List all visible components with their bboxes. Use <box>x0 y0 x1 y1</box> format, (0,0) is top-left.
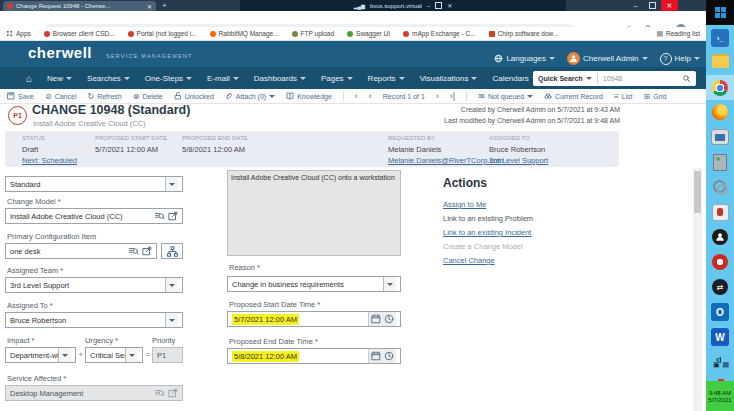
start-button[interactable] <box>706 0 734 25</box>
taskbar-server-manager[interactable] <box>709 151 731 173</box>
bookmark-item[interactable]: Browser client CSD... <box>44 30 115 37</box>
menu-visualizations[interactable]: Visualizations <box>420 74 478 83</box>
browser-tab[interactable]: Change Request 10948 - Cherwe... ✕ <box>3 1 156 11</box>
bookmark-item[interactable]: Chirp software dow... <box>489 30 559 37</box>
menu-calendars[interactable]: Calendars <box>492 74 537 83</box>
languages-menu[interactable]: Languages <box>494 54 555 63</box>
next-record-button[interactable]: › <box>436 91 439 101</box>
action-assign-to-me[interactable]: Assign to Me <box>443 200 486 209</box>
requested-by-email-link[interactable]: Melanie.Daniels@RiverTCorp.com <box>388 156 504 165</box>
first-record-button[interactable]: ‹ <box>355 91 358 101</box>
tray-display-icon[interactable]: ▤ <box>723 361 730 369</box>
taskbar-word[interactable]: W <box>709 326 731 348</box>
change-model-field[interactable]: Install Adobe Creative Cloud (CC) <box>5 208 183 224</box>
proposed-start-datetime-field[interactable]: 5/7/2021 12:00 AM <box>227 311 401 327</box>
menu-new[interactable]: New <box>47 74 72 83</box>
reading-list-button[interactable]: ▤Reading list <box>656 30 700 38</box>
action-link-problem[interactable]: Link to an existing Problem <box>443 214 533 223</box>
highlighted-value[interactable]: 5/8/2021 12:00 AM <box>232 351 299 362</box>
rdp-minimize-icon[interactable]: – <box>427 3 430 9</box>
search-related-icon[interactable] <box>129 246 139 256</box>
action-link-incident[interactable]: Link to an existing Incident <box>443 228 531 237</box>
attach-button[interactable]: Attach (0) <box>225 92 275 100</box>
menu-dashboards[interactable]: Dashboards <box>254 74 306 83</box>
window-minimize-button[interactable]: – <box>627 2 644 9</box>
taskbar-firefox[interactable] <box>709 101 731 123</box>
current-record-button[interactable]: Current Record <box>544 92 603 100</box>
assigned-team-select[interactable]: 3rd Level Support <box>5 277 183 293</box>
new-tab-button[interactable]: + <box>162 1 167 10</box>
bookmark-item[interactable]: mApp Exchange - C... <box>403 30 476 37</box>
menu-pages[interactable]: Pages <box>321 74 353 83</box>
window-close-button[interactable]: ✕ <box>661 0 678 11</box>
bookmark-item[interactable]: Portal (not logged i... <box>128 30 197 37</box>
taskbar-file-explorer[interactable] <box>709 51 731 73</box>
clock-icon[interactable] <box>384 351 394 361</box>
taskbar-security-app[interactable] <box>709 201 731 223</box>
menu-searches[interactable]: Searches <box>87 74 130 83</box>
knowledge-button[interactable]: Knowledge <box>286 92 332 100</box>
proposed-end-datetime-field[interactable]: 5/8/2021 12:00 AM <box>227 348 401 364</box>
bookmark-item[interactable]: Swagger UI <box>347 30 390 37</box>
last-record-button[interactable]: ›| <box>450 91 455 101</box>
clock-icon[interactable] <box>384 314 394 324</box>
refresh-button[interactable]: ↻Refresh <box>87 92 121 101</box>
calendar-icon[interactable] <box>371 314 381 324</box>
next-status-link[interactable]: Next: Scheduled <box>22 156 77 165</box>
rdp-restore-icon[interactable] <box>435 2 442 9</box>
calendar-icon[interactable] <box>371 351 381 361</box>
tray-network-icon[interactable]: ▣ <box>713 361 720 369</box>
unlocked-button[interactable]: Unlocked <box>174 92 214 100</box>
assigned-to-select[interactable]: Bruce Robertson <box>5 312 183 328</box>
primary-ci-field[interactable]: one desk <box>5 243 157 259</box>
dropdown-caret[interactable] <box>383 277 396 291</box>
ci-hierarchy-button[interactable] <box>161 243 183 259</box>
cancel-button[interactable]: ⊘Cancel <box>45 92 77 101</box>
highlighted-value[interactable]: 5/7/2021 12:00 AM <box>232 314 299 325</box>
go-to-record-icon[interactable] <box>142 246 152 256</box>
reason-select[interactable]: Change in business requirements <box>227 276 401 292</box>
window-restore-button[interactable] <box>644 2 661 10</box>
taskbar-clock[interactable]: 9:48 AM 5/7/2021 <box>706 381 734 411</box>
menu-home[interactable]: ⌂ <box>26 73 32 84</box>
quick-search-input[interactable]: 10948 <box>598 75 682 82</box>
user-menu[interactable]: Cherwell Admin <box>567 52 648 65</box>
save-button[interactable]: Save <box>7 92 34 100</box>
dropdown-caret[interactable] <box>165 278 178 292</box>
assigned-team-link[interactable]: 3rd Level Support <box>489 156 548 165</box>
bookmark-item[interactable]: RabbitMQ Manage... <box>210 30 279 37</box>
menu-one-steps[interactable]: One-Steps <box>145 74 192 83</box>
taskbar-red-app[interactable] <box>709 251 731 273</box>
quick-search-scope[interactable]: Quick Search <box>533 75 597 82</box>
bookmark-item[interactable]: FTP upload <box>292 30 334 37</box>
urgency-select[interactable]: Critical Service <box>85 347 143 363</box>
search-icon[interactable] <box>682 74 691 83</box>
list-view-button[interactable]: ≡List <box>614 92 633 101</box>
grid-view-button[interactable]: ⊞Grid <box>644 92 667 101</box>
scrollbar-thumb[interactable] <box>694 171 701 213</box>
taskbar-user-account[interactable] <box>709 226 731 248</box>
go-to-record-icon[interactable] <box>168 211 178 221</box>
search-related-icon[interactable] <box>155 211 165 221</box>
dropdown-caret[interactable] <box>125 348 138 362</box>
tab-close-icon[interactable]: ✕ <box>147 3 152 10</box>
previous-record-button[interactable]: ‹ <box>369 91 372 101</box>
menu-reports[interactable]: Reports <box>368 74 405 83</box>
delete-button[interactable]: ⊗Delete <box>133 92 163 101</box>
taskbar-services[interactable] <box>709 176 731 198</box>
taskbar-chrome-active[interactable] <box>706 75 734 100</box>
not-queued-button[interactable]: ✉ Not queued <box>478 92 533 101</box>
action-cancel-change[interactable]: Cancel Change <box>443 256 495 265</box>
menu-email[interactable]: E-mail <box>207 74 239 83</box>
impact-select[interactable]: Department-wi... <box>5 347 76 363</box>
rdp-close-icon[interactable]: ✕ <box>447 2 452 9</box>
taskbar-powershell[interactable]: ›_ <box>709 27 731 49</box>
taskbar-admin-tools[interactable] <box>709 126 731 148</box>
dropdown-caret[interactable] <box>165 313 178 327</box>
help-menu[interactable]: ? Help <box>660 53 700 65</box>
taskbar-outlook[interactable]: O <box>709 301 731 323</box>
change-type-select[interactable]: Standard <box>5 176 183 192</box>
taskbar-network-app[interactable]: ⇄ <box>709 276 731 298</box>
dropdown-caret[interactable] <box>58 348 71 362</box>
dropdown-caret[interactable] <box>165 177 178 191</box>
